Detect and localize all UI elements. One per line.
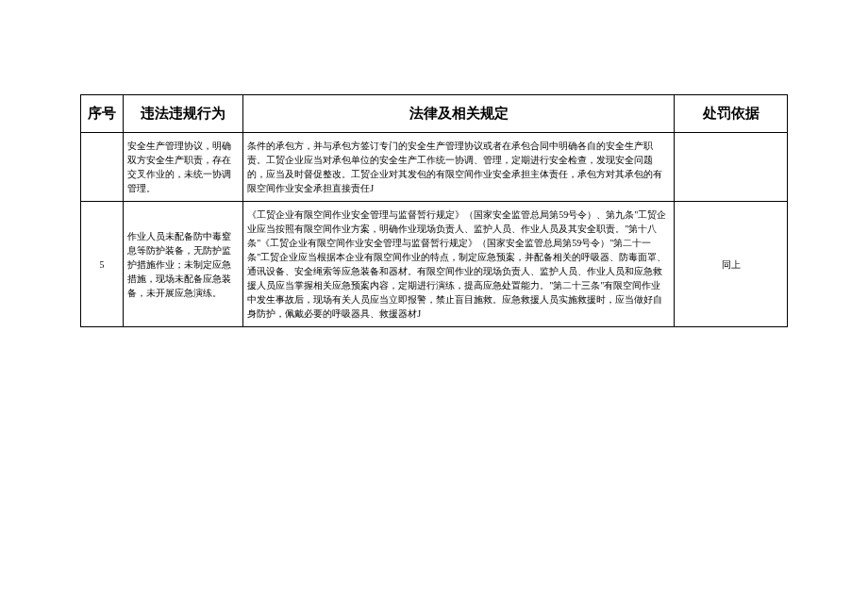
cell-seq <box>81 133 124 202</box>
cell-law: 《工贸企业有限空间作业安全管理与监督暂行规定》（国家安全监管总局第59号令）、第… <box>243 202 675 327</box>
table-row: 安全生产管理协议，明确双方安全生产职责，存在交叉作业的，未统一协调管理。 条件的… <box>81 133 788 202</box>
cell-violation: 安全生产管理协议，明确双方安全生产职责，存在交叉作业的，未统一协调管理。 <box>123 133 242 202</box>
table-header-row: 序号 违法违规行为 法律及相关规定 处罚依据 <box>81 95 788 133</box>
regulation-table: 序号 违法违规行为 法律及相关规定 处罚依据 安全生产管理协议，明确双方安全生产… <box>80 94 788 327</box>
cell-law: 条件的承包方，并与承包方签订专门的安全生产管理协议或者在承包合同中明确各自的安全… <box>243 133 675 202</box>
cell-basis <box>675 133 788 202</box>
header-law: 法律及相关规定 <box>243 95 675 133</box>
cell-basis: 同上 <box>675 202 788 327</box>
header-basis: 处罚依据 <box>675 95 788 133</box>
header-violation: 违法违规行为 <box>123 95 242 133</box>
cell-violation: 作业人员未配备防中毒窒息等防护装备，无防护监护措施作业；未制定应急措施，现场未配… <box>123 202 242 327</box>
header-seq: 序号 <box>81 95 124 133</box>
table-row: 5 作业人员未配备防中毒窒息等防护装备，无防护监护措施作业；未制定应急措施，现场… <box>81 202 788 327</box>
cell-seq: 5 <box>81 202 124 327</box>
